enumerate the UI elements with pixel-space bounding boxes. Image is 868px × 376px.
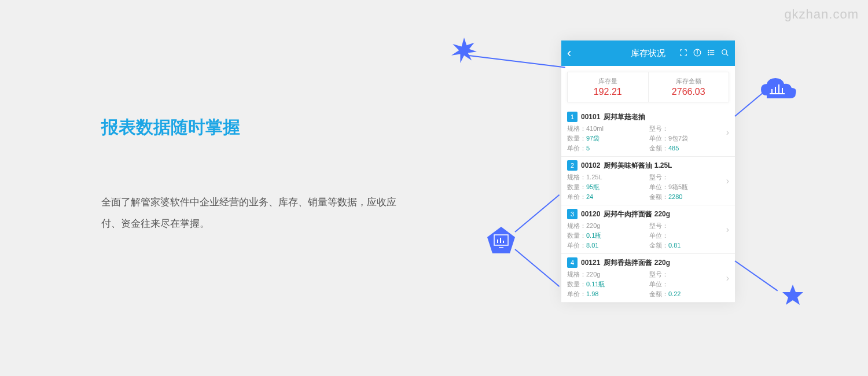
burst-icon: [451, 38, 477, 63]
info-icon[interactable]: [693, 49, 701, 58]
phone-mockup: ‹ 库存状况 库存量 192.21 库存金额 2766.03: [561, 40, 735, 303]
search-icon[interactable]: [721, 49, 729, 58]
list-item[interactable]: 4 00121 厨邦香菇拌面酱 220g 规格：220g 型号： 数量：0.11…: [561, 254, 735, 303]
item-header: 4 00121 厨邦香菇拌面酱 220g: [567, 257, 729, 268]
item-details: 规格：1.25L 型号： 数量：95瓶 单位：9箱5瓶 单价：24 金额：228…: [567, 173, 729, 201]
connector-line: [514, 249, 560, 287]
summary-card: 库存量 192.21 库存金额 2766.03: [567, 72, 729, 102]
model-field: 型号：: [649, 173, 729, 182]
svg-marker-11: [451, 38, 477, 63]
item-index-badge: 1: [567, 112, 578, 122]
price-field: 单价：24: [567, 193, 647, 201]
svg-line-10: [726, 53, 729, 56]
inventory-list: 1 00101 厨邦草菇老抽 规格：410ml 型号： 数量：97袋 单位：9包…: [561, 108, 735, 303]
page-description: 全面了解管家婆软件中企业经营的业务、库存、销量等数据，应收应付、资金往来尽在掌握…: [101, 191, 402, 235]
item-name: 厨邦牛肉拌面酱 220g: [604, 209, 670, 219]
item-details: 规格：410ml 型号： 数量：97袋 单位：9包7袋 单价：5 金额：485: [567, 124, 729, 153]
stock-amount-cell: 库存金额 2766.03: [649, 72, 729, 102]
description-panel: 报表数据随时掌握 全面了解管家婆软件中企业经营的业务、库存、销量等数据，应收应付…: [101, 116, 402, 235]
model-field: 型号：: [649, 222, 729, 230]
svg-marker-23: [782, 285, 803, 305]
connector-line: [734, 260, 778, 291]
item-name: 厨邦美味鲜酱油 1.25L: [604, 161, 672, 171]
connector-line: [514, 194, 560, 233]
star-icon: [781, 283, 804, 307]
cloud-chart-icon: [758, 72, 799, 107]
item-header: 3 00120 厨邦牛肉拌面酱 220g: [567, 209, 729, 219]
price-field: 单价：8.01: [567, 241, 647, 250]
spec-field: 规格：410ml: [567, 124, 647, 133]
stock-qty-label: 库存量: [568, 77, 648, 86]
scan-icon[interactable]: [679, 49, 687, 58]
monitor-chart-icon: [485, 224, 517, 257]
svg-point-2: [697, 50, 697, 51]
chevron-right-icon: ›: [726, 176, 729, 186]
unit-field: 单位：: [649, 231, 729, 240]
connector-line: [469, 55, 565, 68]
svg-point-7: [708, 52, 709, 53]
chevron-right-icon: ›: [726, 127, 729, 138]
watermark: gkzhan.com: [784, 7, 859, 22]
stock-qty-value: 192.21: [568, 87, 648, 97]
spec-field: 规格：1.25L: [567, 173, 647, 182]
chevron-right-icon: ›: [726, 273, 729, 283]
svg-point-8: [708, 54, 709, 54]
back-icon[interactable]: ‹: [567, 46, 571, 61]
svg-point-6: [708, 50, 709, 50]
item-header: 2 00102 厨邦美味鲜酱油 1.25L: [567, 160, 729, 171]
header-toolbar: [679, 49, 729, 58]
spec-field: 规格：220g: [567, 222, 647, 230]
list-icon[interactable]: [707, 49, 715, 58]
stock-amount-label: 库存金额: [649, 77, 729, 86]
model-field: 型号：: [649, 270, 729, 279]
item-header: 1 00101 厨邦草菇老抽: [567, 112, 729, 122]
qty-field: 数量：95瓶: [567, 183, 647, 191]
item-index-badge: 3: [567, 209, 578, 219]
stock-qty-cell: 库存量 192.21: [568, 72, 649, 102]
app-title: 库存状况: [631, 48, 665, 59]
unit-field: 单位：: [649, 280, 729, 289]
list-item[interactable]: 3 00120 厨邦牛肉拌面酱 220g 规格：220g 型号： 数量：0.1瓶…: [561, 205, 735, 254]
item-code: 00121: [581, 259, 600, 267]
item-details: 规格：220g 型号： 数量：0.11瓶 单位： 单价：1.98 金额：0.22: [567, 270, 729, 298]
unit-field: 单位：9箱5瓶: [649, 183, 729, 191]
unit-field: 单位：9包7袋: [649, 134, 729, 143]
qty-field: 数量：0.1瓶: [567, 231, 647, 240]
item-index-badge: 2: [567, 160, 578, 171]
chevron-right-icon: ›: [726, 224, 729, 235]
amount-field: 金额：2280: [649, 193, 729, 201]
item-name: 厨邦香菇拌面酱 220g: [604, 258, 670, 268]
item-index-badge: 4: [567, 257, 578, 268]
svg-point-9: [722, 49, 727, 54]
app-header: ‹ 库存状况: [561, 40, 735, 66]
item-code: 00101: [581, 113, 600, 121]
stock-amount-value: 2766.03: [649, 87, 729, 97]
qty-field: 数量：0.11瓶: [567, 280, 647, 289]
qty-field: 数量：97袋: [567, 134, 647, 143]
price-field: 单价：1.98: [567, 290, 647, 298]
item-code: 00102: [581, 161, 600, 169]
item-details: 规格：220g 型号： 数量：0.1瓶 单位： 单价：8.01 金额：0.81: [567, 222, 729, 250]
amount-field: 金额：485: [649, 144, 729, 153]
item-code: 00120: [581, 210, 600, 218]
list-item[interactable]: 2 00102 厨邦美味鲜酱油 1.25L 规格：1.25L 型号： 数量：95…: [561, 157, 735, 205]
model-field: 型号：: [649, 124, 729, 133]
item-name: 厨邦草菇老抽: [604, 112, 645, 122]
page-title: 报表数据随时掌握: [101, 116, 402, 139]
list-item[interactable]: 1 00101 厨邦草菇老抽 规格：410ml 型号： 数量：97袋 单位：9包…: [561, 108, 735, 157]
amount-field: 金额：0.81: [649, 241, 729, 250]
amount-field: 金额：0.22: [649, 290, 729, 298]
price-field: 单价：5: [567, 144, 647, 153]
spec-field: 规格：220g: [567, 270, 647, 279]
